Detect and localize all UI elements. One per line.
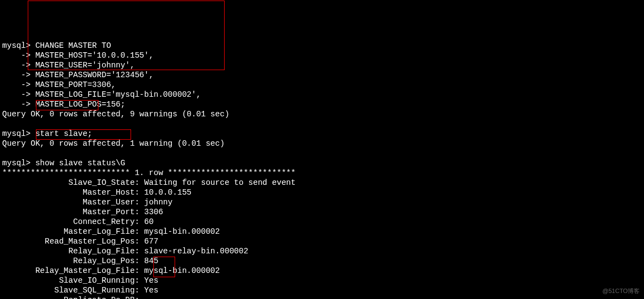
- row-header: *************************** 1. row *****…: [2, 169, 296, 177]
- label-master-port: Master_Port:: [2, 208, 139, 216]
- label-relay-log-pos: Relay_Log_Pos:: [2, 257, 139, 265]
- cont: ->: [2, 80, 30, 89]
- cmd-master-password: MASTER_PASSWORD='123456',: [30, 71, 153, 79]
- cont: ->: [2, 61, 30, 70]
- prompt: mysql>: [2, 41, 30, 50]
- prompt: mysql>: [2, 129, 30, 138]
- label-slave-sql-running: Slave_SQL_Running:: [2, 286, 139, 295]
- cont: ->: [2, 90, 30, 99]
- label-read-master-log-pos: Read_Master_Log_Pos:: [2, 237, 139, 246]
- value-slave-sql-running: Yes: [139, 286, 158, 295]
- label-master-log-file: Master_Log_File:: [2, 227, 139, 236]
- value-relay-log-file: slave-relay-bin.000002: [139, 247, 248, 256]
- query-result-1: Query OK, 0 rows affected, 9 warnings (0…: [2, 110, 230, 119]
- value-master-host: 10.0.0.155: [139, 188, 191, 197]
- value-master-log-file: mysql-bin.000002: [139, 227, 220, 236]
- label-connect-retry: Connect_Retry:: [2, 217, 139, 226]
- cont: ->: [2, 100, 30, 109]
- cmd-master-host: MASTER_HOST='10.0.0.155',: [30, 51, 153, 60]
- query-result-2: Query OK, 0 rows affected, 1 warning (0.…: [2, 139, 225, 148]
- value-relay-log-pos: 845: [139, 257, 158, 265]
- cont: ->: [2, 51, 30, 60]
- label-replicate-do-db: Replicate_Do_DB:: [2, 296, 139, 299]
- cmd-show-slave-status: show slave status\G: [30, 159, 125, 167]
- value-slave-io-state: Waiting for source to send event: [139, 178, 295, 187]
- value-master-user: johnny: [139, 198, 172, 207]
- value-slave-io-running: Yes: [139, 276, 158, 285]
- label-master-user: Master_User:: [2, 198, 139, 207]
- value-connect-retry: 60: [139, 217, 153, 226]
- cont: ->: [2, 71, 30, 79]
- label-relay-log-file: Relay_Log_File:: [2, 247, 139, 256]
- value-relay-master-log-file: mysql-bin.000002: [139, 266, 220, 275]
- value-master-port: 3306: [139, 208, 163, 216]
- cmd-master-user: MASTER_USER='johnny',: [30, 61, 134, 70]
- label-relay-master-log-file: Relay_Master_Log_File:: [2, 266, 139, 275]
- watermark: @51CTO博客: [603, 286, 640, 296]
- prompt: mysql>: [2, 159, 30, 167]
- label-slave-io-running: Slave_IO_Running:: [2, 276, 139, 285]
- cmd-start-slave: start slave;: [30, 129, 92, 138]
- cmd-master-port: MASTER_PORT=3306,: [30, 80, 116, 89]
- cmd-master-logfile: MASTER_LOG_FILE='mysql-bin.000002',: [30, 90, 201, 99]
- cmd-master-logpos: MASTER_LOG_POS=156;: [30, 100, 125, 109]
- cmd-change-master: CHANGE MASTER TO: [30, 41, 111, 50]
- terminal-output[interactable]: mysql> CHANGE MASTER TO -> MASTER_HOST='…: [0, 39, 644, 299]
- label-slave-io-state: Slave_IO_State:: [2, 178, 139, 187]
- label-master-host: Master_Host:: [2, 188, 139, 197]
- value-read-master-log-pos: 677: [139, 237, 158, 246]
